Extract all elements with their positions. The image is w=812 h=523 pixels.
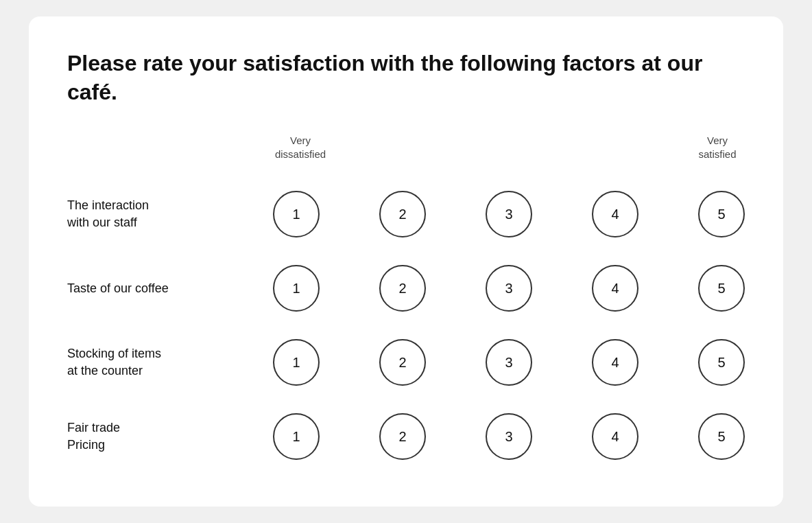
rating-btn-staff-4[interactable]: 4 (592, 191, 638, 237)
rating-btn-fairtrade-3[interactable]: 3 (486, 413, 532, 460)
rating-btn-coffee-2[interactable]: 2 (379, 265, 426, 312)
rating-btn-staff-5[interactable]: 5 (698, 191, 745, 237)
rating-btn-coffee-4[interactable]: 4 (592, 265, 638, 312)
row-stocking-items: Stocking of itemsat the counter 1 2 3 4 … (67, 325, 745, 399)
rating-buttons-interaction-staff: 1 2 3 4 5 (273, 191, 745, 237)
row-label-stocking-items: Stocking of itemsat the counter (67, 345, 273, 380)
row-label-fair-trade: Fair tradePricing (67, 419, 273, 454)
rating-btn-fairtrade-2[interactable]: 2 (379, 413, 426, 460)
rating-btn-fairtrade-1[interactable]: 1 (273, 413, 320, 460)
row-taste-coffee: Taste of our coffee 1 2 3 4 5 (67, 251, 745, 325)
rating-btn-coffee-5[interactable]: 5 (698, 265, 745, 312)
rating-btn-staff-3[interactable]: 3 (486, 191, 532, 237)
rating-btn-coffee-3[interactable]: 3 (486, 265, 532, 312)
rating-btn-stocking-5[interactable]: 5 (698, 339, 745, 386)
row-interaction-staff: The interactionwith our staff 1 2 3 4 5 (67, 177, 745, 251)
rating-btn-staff-1[interactable]: 1 (273, 191, 320, 237)
rating-buttons-stocking-items: 1 2 3 4 5 (273, 339, 745, 386)
header-row: Verydissatisfied Verysatisfied (67, 134, 745, 166)
question-title: Please rate your satisfaction with the f… (67, 49, 745, 106)
rating-btn-fairtrade-4[interactable]: 4 (592, 413, 638, 460)
col-header-very-satisfied: Verysatisfied (690, 134, 745, 161)
rating-btn-fairtrade-5[interactable]: 5 (698, 413, 745, 460)
rating-btn-stocking-2[interactable]: 2 (379, 339, 426, 386)
rating-btn-staff-2[interactable]: 2 (379, 191, 426, 237)
row-fair-trade: Fair tradePricing 1 2 3 4 5 (67, 399, 745, 474)
survey-card: Please rate your satisfaction with the f… (29, 16, 783, 507)
row-label-taste-coffee: Taste of our coffee (67, 280, 273, 297)
rating-btn-stocking-4[interactable]: 4 (592, 339, 638, 386)
col-header-very-dissatisfied: Verydissatisfied (273, 134, 328, 161)
rating-btn-stocking-1[interactable]: 1 (273, 339, 320, 386)
rating-buttons-fair-trade: 1 2 3 4 5 (273, 413, 745, 460)
rating-btn-coffee-1[interactable]: 1 (273, 265, 320, 312)
rating-table: Verydissatisfied Verysatisfied The inter… (67, 134, 745, 474)
rating-buttons-taste-coffee: 1 2 3 4 5 (273, 265, 745, 312)
rating-btn-stocking-3[interactable]: 3 (486, 339, 532, 386)
rating-cols-header: Verydissatisfied Verysatisfied (273, 134, 745, 161)
row-label-interaction-staff: The interactionwith our staff (67, 197, 273, 231)
